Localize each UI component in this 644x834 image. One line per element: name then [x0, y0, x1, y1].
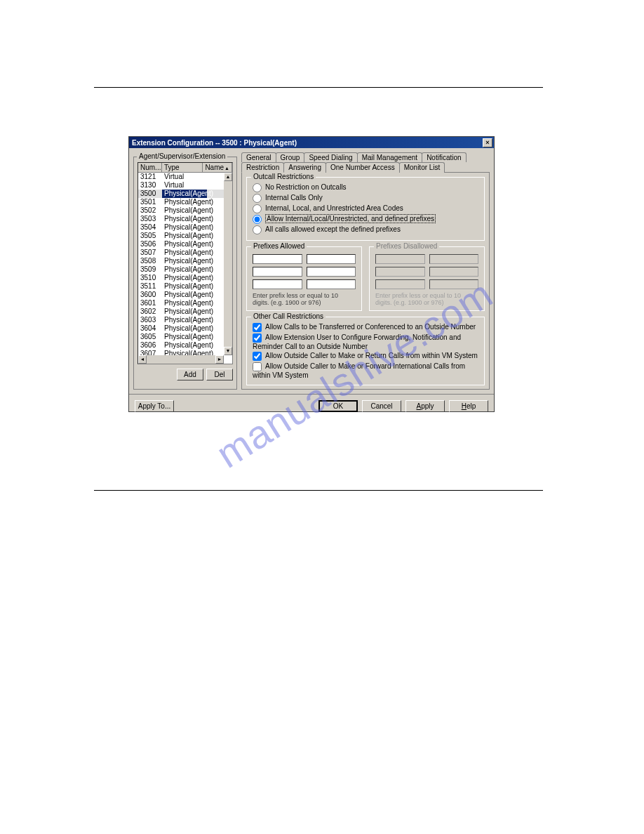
- ok-button[interactable]: OK: [318, 400, 358, 412]
- row-type: Physical(Agent): [162, 240, 207, 249]
- scrollbar-vertical[interactable]: ▲ ▼: [224, 173, 232, 355]
- apply-to-button[interactable]: Apply To...: [135, 400, 174, 412]
- window-title: Extension Configuration -- 3500 : Physic…: [130, 139, 483, 147]
- outcall-option-3[interactable]: Allow Internal/Local/Unrestricted, and d…: [253, 215, 478, 224]
- list-row[interactable]: 3504Physical(Agent): [138, 223, 232, 232]
- row-num: 3505: [138, 232, 162, 240]
- row-type: Physical(Agent): [162, 257, 207, 265]
- prefix-allowed-6[interactable]: [307, 279, 356, 289]
- row-type: Physical(Agent): [162, 190, 207, 198]
- row-type: Physical(Agent): [162, 291, 207, 299]
- outcall-restrictions-group: Outcall Restrictions No Restriction on O…: [246, 177, 485, 241]
- help-button[interactable]: Help: [449, 400, 488, 412]
- list-row[interactable]: 3501Physical(Agent): [138, 198, 232, 206]
- prefixes-disallowed-legend: Prefixes Disallowed: [374, 242, 439, 250]
- outcall-option-0[interactable]: No Restriction on Outcalls: [253, 183, 478, 192]
- scroll-up-icon[interactable]: ▲: [224, 173, 232, 181]
- list-row[interactable]: 3502Physical(Agent): [138, 206, 232, 215]
- list-row[interactable]: 3603Physical(Agent): [138, 316, 232, 324]
- tab-speed-dialing[interactable]: Speed Dialing: [304, 152, 357, 162]
- row-num: 3604: [138, 324, 162, 333]
- list-row[interactable]: 3510Physical(Agent): [138, 274, 232, 282]
- row-num: 3130: [138, 181, 162, 190]
- row-type: Physical(Agent): [162, 307, 207, 316]
- cancel-button[interactable]: Cancel: [362, 400, 401, 412]
- list-row[interactable]: 3121Virtual: [138, 173, 232, 181]
- header-type[interactable]: Type: [162, 163, 203, 172]
- row-num: 3601: [138, 299, 162, 307]
- row-type: Virtual: [162, 181, 207, 190]
- listview-header[interactable]: Num... Type Name▲: [138, 163, 232, 173]
- sort-up-icon: ▲: [224, 166, 229, 171]
- del-button[interactable]: Del: [206, 369, 233, 380]
- prefix-disallowed-4: [429, 267, 479, 277]
- add-button[interactable]: Add: [177, 369, 203, 380]
- other-call-restrictions-group: Other Call Restrictions Allow Calls to b…: [246, 317, 485, 385]
- prefix-disallowed-3: [375, 267, 425, 277]
- prefix-allowed-4[interactable]: [307, 267, 356, 277]
- row-num: 3508: [138, 257, 162, 265]
- header-name[interactable]: Name▲: [203, 163, 232, 172]
- prefix-allowed-1[interactable]: [253, 254, 302, 264]
- list-row[interactable]: 3606Physical(Agent): [138, 341, 232, 350]
- tab-group[interactable]: Group: [276, 152, 305, 162]
- extension-listview[interactable]: Num... Type Name▲ 3121Virtual3130Virtual…: [137, 162, 233, 364]
- tab-mail-management[interactable]: Mail Management: [357, 152, 422, 162]
- row-num: 3500: [138, 190, 162, 198]
- other-restriction-2[interactable]: Allow Outside Caller to Make or Return C…: [253, 352, 478, 361]
- list-row[interactable]: 3503Physical(Agent): [138, 215, 232, 223]
- list-row[interactable]: 3602Physical(Agent): [138, 307, 232, 316]
- outcall-option-2[interactable]: Internal, Local, and Unrestricted Area C…: [253, 204, 478, 213]
- row-type: Physical(Agent): [162, 324, 207, 333]
- tab-answering[interactable]: Answering: [283, 162, 326, 173]
- close-icon[interactable]: ×: [483, 138, 492, 147]
- row-num: 3504: [138, 223, 162, 232]
- row-type: Physical(Agent): [162, 333, 207, 341]
- row-type: Virtual: [162, 173, 207, 181]
- list-row[interactable]: 3511Physical(Agent): [138, 282, 232, 291]
- scroll-down-icon[interactable]: ▼: [224, 347, 232, 355]
- prefix-allowed-2[interactable]: [307, 254, 356, 264]
- row-type: Physical(Agent): [162, 249, 207, 257]
- outcall-legend: Outcall Restrictions: [251, 173, 316, 180]
- scroll-right-icon[interactable]: ►: [215, 355, 224, 364]
- list-row[interactable]: 3509Physical(Agent): [138, 265, 232, 274]
- outcall-option-1[interactable]: Internal Calls Only: [253, 194, 478, 203]
- row-num: 3511: [138, 282, 162, 291]
- tab-general[interactable]: General: [241, 152, 276, 162]
- row-type: Physical(Agent): [162, 274, 207, 282]
- row-num: 3510: [138, 274, 162, 282]
- tab-monitor-list[interactable]: Monitor List: [399, 162, 445, 173]
- list-row[interactable]: 3506Physical(Agent): [138, 240, 232, 249]
- other-legend: Other Call Restrictions: [251, 312, 326, 320]
- other-restriction-1[interactable]: Allow Extension User to Configure Forwar…: [253, 333, 478, 350]
- prefix-allowed-3[interactable]: [253, 267, 302, 277]
- list-row[interactable]: 3130Virtual: [138, 181, 232, 190]
- other-restriction-3[interactable]: Allow Outside Caller to Make or Forward …: [253, 362, 478, 379]
- other-restriction-0[interactable]: Allow Calls to be Transferred or Confere…: [253, 323, 478, 332]
- apply-button[interactable]: Apply: [405, 400, 445, 412]
- row-num: 3501: [138, 198, 162, 206]
- list-row[interactable]: 3604Physical(Agent): [138, 324, 232, 333]
- list-row[interactable]: 3601Physical(Agent): [138, 299, 232, 307]
- scrollbar-horizontal[interactable]: ◄ ►: [138, 355, 224, 364]
- list-row[interactable]: 3500Physical(Agent): [138, 190, 232, 198]
- list-row[interactable]: 3508Physical(Agent): [138, 257, 232, 265]
- extension-config-dialog: Extension Configuration -- 3500 : Physic…: [128, 136, 495, 412]
- header-num[interactable]: Num...: [138, 163, 162, 172]
- tab-restriction[interactable]: Restriction: [241, 162, 284, 173]
- prefix-allowed-5[interactable]: [253, 279, 302, 289]
- prefix-disallowed-6: [429, 279, 479, 289]
- row-type: Physical(Agent): [162, 282, 207, 291]
- outcall-option-4[interactable]: All calls allowed except the defined pre…: [253, 225, 478, 234]
- list-row[interactable]: 3505Physical(Agent): [138, 232, 232, 240]
- list-row[interactable]: 3605Physical(Agent): [138, 333, 232, 341]
- row-type: Physical(Agent): [162, 232, 207, 240]
- row-num: 3121: [138, 173, 162, 181]
- list-row[interactable]: 3600Physical(Agent): [138, 291, 232, 299]
- list-row[interactable]: 3507Physical(Agent): [138, 249, 232, 257]
- tab-one-number-access[interactable]: One Number Access: [326, 162, 400, 173]
- row-num: 3600: [138, 291, 162, 299]
- scroll-left-icon[interactable]: ◄: [138, 355, 147, 364]
- tab-notification[interactable]: Notification: [422, 152, 466, 162]
